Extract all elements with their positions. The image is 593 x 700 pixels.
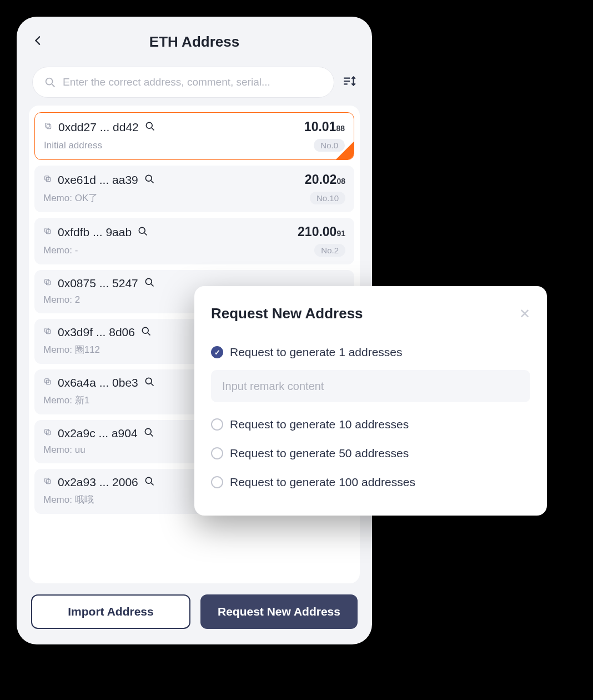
copy-icon[interactable] xyxy=(43,278,52,289)
address-search-button[interactable] xyxy=(144,476,155,489)
copy-icon[interactable] xyxy=(43,377,52,388)
radio-label: Request to generate 10 addresses xyxy=(230,418,409,431)
svg-line-17 xyxy=(144,233,147,235)
svg-point-16 xyxy=(139,227,145,233)
search-icon xyxy=(44,76,56,88)
address-search-button[interactable] xyxy=(144,173,155,187)
svg-rect-27 xyxy=(45,379,49,383)
address-search-button[interactable] xyxy=(144,277,155,290)
svg-line-25 xyxy=(148,333,150,335)
address-row-bottom: Memo: OK了No.10 xyxy=(43,192,345,204)
svg-line-33 xyxy=(150,434,153,436)
memo-text: Memo: 2 xyxy=(43,294,80,306)
search-box[interactable] xyxy=(32,67,334,98)
memo-text: Memo: 哦哦 xyxy=(43,493,94,506)
address-item[interactable]: 0xe61d ... aa3920.0208Memo: OK了No.10 xyxy=(34,166,354,212)
number-badge: No.2 xyxy=(314,244,345,257)
svg-rect-15 xyxy=(45,228,49,232)
search-input[interactable] xyxy=(63,76,323,88)
svg-point-28 xyxy=(145,378,152,384)
address-row-top: 0xe61d ... aa3920.0208 xyxy=(43,172,345,187)
svg-point-8 xyxy=(146,122,152,128)
radio-label: Request to generate 1 addresses xyxy=(230,346,403,359)
sort-icon xyxy=(342,74,356,88)
address-text: 0xe61d ... aa39 xyxy=(58,173,138,187)
dialog-header: Request New Address ✕ xyxy=(211,305,530,322)
chevron-left-icon xyxy=(32,34,44,47)
svg-point-36 xyxy=(145,477,152,483)
radio-option[interactable]: Request to generate 1 addresses xyxy=(211,338,530,367)
copy-icon[interactable] xyxy=(43,327,52,338)
radio-option[interactable]: Request to generate 100 addresses xyxy=(211,468,530,497)
address-item[interactable]: 0xfdfb ... 9aab210.0091Memo: -No.2 xyxy=(34,218,354,264)
svg-rect-18 xyxy=(46,281,50,284)
memo-text: Memo: uu xyxy=(43,444,86,456)
radio-unchecked-icon xyxy=(211,447,223,459)
svg-rect-10 xyxy=(46,177,50,181)
svg-rect-26 xyxy=(46,380,50,384)
sort-button[interactable] xyxy=(342,74,356,91)
balance-sub: 91 xyxy=(336,229,345,238)
svg-point-32 xyxy=(145,428,151,434)
radio-checked-icon xyxy=(211,346,223,358)
number-badge: No.10 xyxy=(310,192,345,204)
radio-label: Request to generate 50 addresses xyxy=(230,447,409,460)
dialog-options: Request to generate 1 addressesRequest t… xyxy=(211,338,530,497)
balance: 10.0188 xyxy=(304,119,345,134)
svg-rect-14 xyxy=(46,229,50,233)
address-text: 0x2a93 ... 2006 xyxy=(58,476,138,489)
svg-point-24 xyxy=(142,327,148,333)
copy-icon[interactable] xyxy=(44,122,53,133)
balance-main: 20.02 xyxy=(305,172,337,187)
memo-text: Initial address xyxy=(44,140,102,151)
radio-option[interactable]: Request to generate 10 addresses xyxy=(211,410,530,439)
address-search-button[interactable] xyxy=(144,121,155,134)
svg-rect-35 xyxy=(45,478,49,482)
svg-line-37 xyxy=(151,483,153,485)
request-new-address-dialog: Request New Address ✕ Request to generat… xyxy=(194,286,547,516)
svg-point-20 xyxy=(145,278,152,284)
balance: 210.0091 xyxy=(298,224,345,239)
header: ETH Address xyxy=(17,17,372,67)
address-row-bottom: Initial addressNo.0 xyxy=(44,139,345,152)
radio-option[interactable]: Request to generate 50 addresses xyxy=(211,439,530,468)
address-search-button[interactable] xyxy=(144,376,155,389)
address-search-button[interactable] xyxy=(137,226,148,239)
svg-point-12 xyxy=(145,175,152,181)
svg-line-1 xyxy=(52,84,55,87)
balance-main: 210.00 xyxy=(298,224,336,239)
dialog-close-button[interactable]: ✕ xyxy=(519,306,530,322)
address-search-button[interactable] xyxy=(140,326,152,339)
copy-icon[interactable] xyxy=(43,174,52,186)
remark-input[interactable] xyxy=(211,370,530,402)
svg-rect-23 xyxy=(45,328,49,332)
svg-line-29 xyxy=(151,383,153,386)
address-item[interactable]: 0xdd27 ... dd4210.0188Initial addressNo.… xyxy=(34,112,354,160)
svg-rect-22 xyxy=(46,329,50,333)
address-text: 0x2a9c ... a904 xyxy=(58,427,138,440)
dialog-title: Request New Address xyxy=(211,305,363,322)
svg-rect-11 xyxy=(45,176,49,179)
copy-icon[interactable] xyxy=(43,227,52,238)
balance-sub: 88 xyxy=(336,124,345,133)
close-icon: ✕ xyxy=(519,306,530,321)
address-text: 0x6a4a ... 0be3 xyxy=(58,376,138,389)
address-search-button[interactable] xyxy=(143,427,154,440)
import-address-button[interactable]: Import Address xyxy=(31,594,190,629)
copy-icon[interactable] xyxy=(43,477,52,488)
svg-rect-19 xyxy=(45,279,49,283)
svg-point-0 xyxy=(46,78,53,85)
memo-text: Memo: 新1 xyxy=(43,394,89,407)
address-text: 0x0875 ... 5247 xyxy=(58,277,138,290)
copy-icon[interactable] xyxy=(43,428,52,439)
address-text: 0xdd27 ... dd42 xyxy=(58,121,139,134)
radio-label: Request to generate 100 addresses xyxy=(230,476,415,489)
svg-line-9 xyxy=(152,128,154,130)
address-row-top: 0xdd27 ... dd4210.0188 xyxy=(44,119,345,134)
back-button[interactable] xyxy=(32,34,44,49)
request-new-address-button[interactable]: Request New Address xyxy=(200,594,358,629)
balance: 20.0208 xyxy=(305,172,345,187)
address-text: 0x3d9f ... 8d06 xyxy=(58,326,135,339)
bottom-buttons: Import Address Request New Address xyxy=(17,583,372,644)
address-text: 0xfdfb ... 9aab xyxy=(58,226,132,239)
